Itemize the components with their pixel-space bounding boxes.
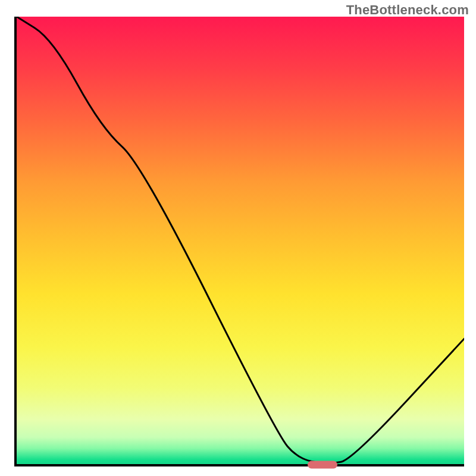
plot-area (14, 17, 464, 466)
optimal-marker (308, 461, 337, 468)
curve-svg (17, 17, 464, 464)
watermark-label: TheBottleneck.com (346, 2, 469, 18)
chart-container: TheBottleneck.com (0, 0, 476, 476)
bottleneck-curve-path (17, 17, 464, 463)
